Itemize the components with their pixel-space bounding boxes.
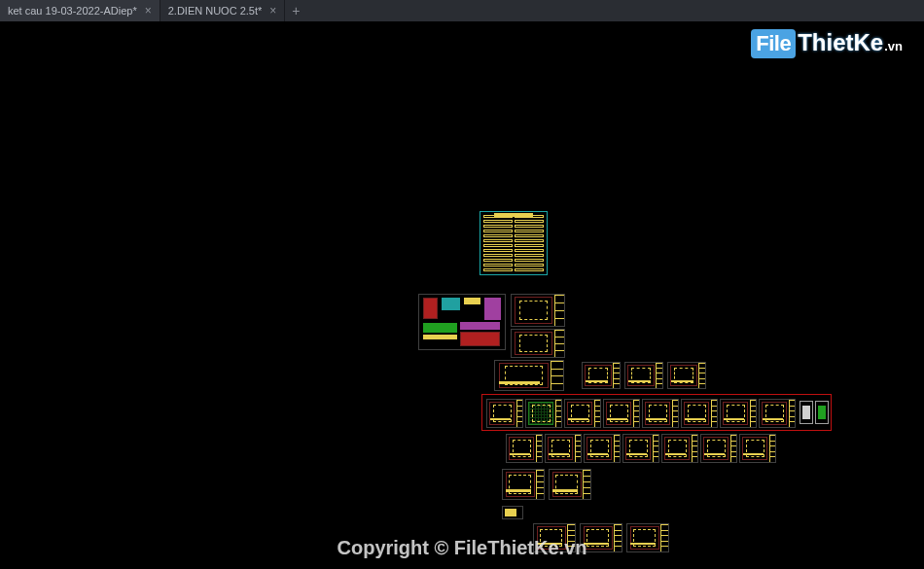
drawing-sheet	[800, 401, 813, 424]
drawing-sheet	[720, 399, 757, 428]
drawing-index	[480, 211, 548, 275]
drawing-sheet	[624, 362, 663, 389]
drawing-sheet	[506, 434, 543, 463]
drawing-sheet	[626, 523, 669, 552]
cover-sheet-cluster	[418, 294, 506, 350]
tab-file-2[interactable]: 2.DIEN NUOC 2.5t* ×	[160, 0, 286, 21]
logo-part2: ThietKe	[798, 29, 883, 56]
watermark-logo: File ThietKe .vn	[751, 29, 903, 58]
drawing-sheet	[661, 434, 698, 463]
drawing-sheet	[681, 399, 718, 428]
drawing-sheet	[739, 434, 776, 463]
drawing-sheet	[494, 360, 564, 391]
tab-label: 2.DIEN NUOC 2.5t*	[168, 5, 263, 17]
drawing-sheet	[486, 399, 523, 428]
drawing-sheet	[564, 399, 601, 428]
drawing-sheet	[502, 469, 545, 500]
drawing-sheet	[584, 434, 621, 463]
drawing-sheet	[700, 434, 737, 463]
drawing-sheet	[511, 329, 565, 358]
drawing-sheet	[525, 399, 562, 428]
close-icon[interactable]: ×	[269, 5, 276, 17]
close-icon[interactable]: ×	[145, 5, 152, 17]
drawing-sheet	[549, 469, 591, 500]
drawing-sheet	[642, 399, 679, 428]
drawing-sheet	[545, 434, 582, 463]
drawing-sheet	[667, 362, 706, 389]
logo-part3: .vn	[884, 39, 903, 53]
tab-label: ket cau 19-03-2022-ADiep*	[8, 5, 137, 17]
tab-file-1[interactable]: ket cau 19-03-2022-ADiep* ×	[0, 0, 160, 21]
drawing-sheet	[502, 506, 523, 519]
drawing-sheet	[622, 434, 659, 463]
drawing-sheet	[815, 401, 829, 424]
drawing-viewport[interactable]: File ThietKe .vn	[0, 21, 924, 569]
drawing-sheet	[759, 399, 796, 428]
drawing-sheet	[603, 399, 640, 428]
tab-bar: ket cau 19-03-2022-ADiep* × 2.DIEN NUOC …	[0, 0, 924, 21]
drawing-sheet	[580, 523, 622, 552]
drawing-sheet	[582, 362, 621, 389]
drawing-sheet	[533, 523, 576, 552]
logo-part1: File	[751, 29, 796, 58]
new-tab-button[interactable]: +	[285, 0, 306, 21]
drawing-sheet	[511, 294, 565, 327]
